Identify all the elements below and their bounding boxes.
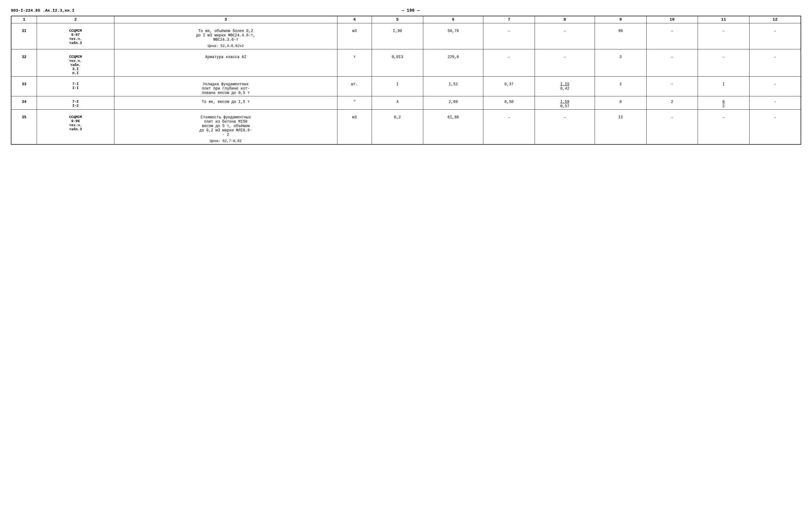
col11-34: 6 2 [698, 96, 750, 110]
col12-34: – [749, 96, 801, 110]
col11-33: I [698, 77, 750, 96]
col-header-4: 4 [337, 16, 372, 23]
col-header-7: 7 [483, 16, 535, 23]
col-header-2: 2 [37, 16, 114, 23]
col7-33: 0,37 [483, 77, 535, 96]
col12-32: – [749, 49, 801, 77]
page-header: 903-I-224.85 .Ак.I2.3,кн.I — 190 — [11, 8, 801, 13]
col6-32: 229,0 [423, 49, 483, 77]
frac-col8-33: I,I5 0,42 [560, 82, 569, 91]
row-desc-35: Стоимость фундаментных плит из бетона МI… [114, 110, 337, 145]
main-table: 1 2 3 4 5 6 7 8 9 10 11 12 3I ССЦМСМ 9-9… [11, 16, 801, 145]
col12-35: – [749, 110, 801, 145]
frac-top: I,I5 [560, 82, 569, 86]
header-center: — 190 — [402, 8, 420, 13]
frac-top: 6 [722, 100, 725, 104]
row-id-35: 35 [11, 110, 37, 145]
col9-34: 8 [595, 96, 647, 110]
col12-31: – [749, 23, 801, 49]
col10-35: – [646, 110, 698, 145]
row-source-32: ССЦМСМ тех.ч. табл. 3.I п.I [37, 49, 114, 77]
frac-bottom: 0,42 [560, 86, 569, 91]
col5-31: I,90 [372, 23, 423, 49]
col-header-3: 3 [114, 16, 337, 23]
col8-33: I,I5 0,42 [535, 77, 595, 96]
frac-col11-34: 6 2 [722, 100, 725, 108]
col12-33: – [749, 77, 801, 96]
col6-34: 2,09 [423, 96, 483, 110]
row-id-31: 3I [11, 23, 37, 49]
row-id-32: 32 [11, 49, 37, 77]
col6-31: 50,76 [423, 23, 483, 49]
col8-34: I,59 0,57 [535, 96, 595, 110]
row-desc-32: Арматура класса АI [114, 49, 337, 77]
col7-31: – [483, 23, 535, 49]
col10-34: 2 [646, 96, 698, 110]
row-source-31: ССЦМСМ 9-97 тех.ч. табл.3 [37, 23, 114, 49]
table-row: 33 7-I I-I Укладка фундаментных плит при… [11, 77, 801, 96]
col11-32: – [698, 49, 750, 77]
col9-31: 96 [595, 23, 647, 49]
col6-35: 6I,88 [423, 110, 483, 145]
unit-35: м3 [337, 110, 372, 145]
col5-33: I [372, 77, 423, 96]
col-header-10: 10 [646, 16, 698, 23]
col5-34: 4 [372, 96, 423, 110]
frac-bottom: 2 [722, 104, 725, 108]
col8-32: – [535, 49, 595, 77]
col7-32: – [483, 49, 535, 77]
col8-35: – [535, 110, 595, 145]
col-header-8: 8 [535, 16, 595, 23]
frac-top: I,59 [560, 100, 569, 104]
row-id-34: 34 [11, 96, 37, 110]
col-header-12: 12 [749, 16, 801, 23]
row-source-35: ССЦМСМ 9-96 тех.ч. табл.3 [37, 110, 114, 145]
table-row: 3I ССЦМСМ 9-97 тех.ч. табл.3 То же, объё… [11, 23, 801, 49]
col10-31: – [646, 23, 698, 49]
row-id-33: 33 [11, 77, 37, 96]
row-desc-34: То же, весом до I,5 т [114, 96, 337, 110]
col5-35: 0,2 [372, 110, 423, 145]
row-desc-33: Укладка фундаментных плит при глубине ко… [114, 77, 337, 96]
col11-31: – [698, 23, 750, 49]
row-desc-31: То же, объёмом более 0,2 до I м3 марки Ф… [114, 23, 337, 49]
col9-35: I2 [595, 110, 647, 145]
table-row: 34 7-2 I-2 То же, весом до I,5 т " 4 2,0… [11, 96, 801, 110]
unit-31: м3 [337, 23, 372, 49]
header-left: 903-I-224.85 .Ак.I2.3,кн.I [11, 9, 74, 13]
table-row: 35 ССЦМСМ 9-96 тех.ч. табл.3 Стоимость ф… [11, 110, 801, 145]
table-header-row: 1 2 3 4 5 6 7 8 9 10 11 12 [11, 16, 801, 23]
col6-33: I,52 [423, 77, 483, 96]
col11-35: – [698, 110, 750, 145]
unit-33: шт. [337, 77, 372, 96]
price-note-35: Цена: 62,7–0,82 [116, 139, 336, 143]
col7-35: – [483, 110, 535, 145]
col-header-5: 5 [372, 16, 423, 23]
col10-33: – [646, 77, 698, 96]
unit-32: т [337, 49, 372, 77]
row-source-34: 7-2 I-2 [37, 96, 114, 110]
frac-bottom: 0,57 [560, 104, 569, 108]
col9-32: 3 [595, 49, 647, 77]
col5-32: 0,0I3 [372, 49, 423, 77]
col-header-6: 6 [423, 16, 483, 23]
col7-34: 0,50 [483, 96, 535, 110]
col-header-11: 11 [698, 16, 750, 23]
price-note-31: Цена: 52,4–0,82х2 [116, 44, 336, 48]
col9-33: 2 [595, 77, 647, 96]
col8-31: – [535, 23, 595, 49]
table-row: 32 ССЦМСМ тех.ч. табл. 3.I п.I Арматура … [11, 49, 801, 77]
col-header-9: 9 [595, 16, 647, 23]
unit-34: " [337, 96, 372, 110]
col-header-1: 1 [11, 16, 37, 23]
col10-32: – [646, 49, 698, 77]
row-source-33: 7-I I-I [37, 77, 114, 96]
frac-col8-34: I,59 0,57 [560, 100, 569, 108]
